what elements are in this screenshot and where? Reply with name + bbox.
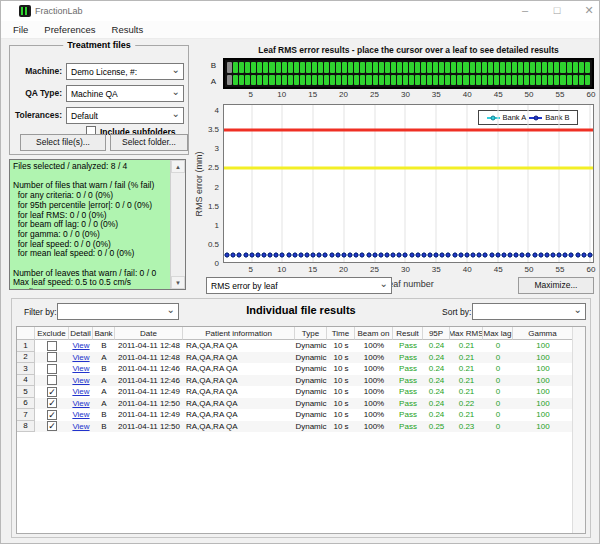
leaf-cell[interactable] [385, 75, 390, 86]
column-header[interactable]: Detail [69, 327, 93, 340]
leaf-cell[interactable] [269, 62, 274, 73]
leaf-cell[interactable] [506, 75, 511, 86]
leaf-cell[interactable] [457, 62, 462, 73]
exclude-checkbox[interactable] [47, 352, 57, 362]
leaf-cell[interactable] [342, 75, 347, 86]
leaf-cell[interactable] [288, 75, 293, 86]
qa-type-select[interactable]: Machine QA ⌄ [66, 85, 184, 102]
leaf-cell[interactable] [500, 62, 505, 73]
exclude-checkbox[interactable]: ✓ [47, 398, 57, 408]
leaf-cell[interactable] [451, 75, 456, 86]
menu-item-preferences[interactable]: Preferences [36, 21, 103, 38]
leaf-cell[interactable] [366, 75, 371, 86]
leaf-cell[interactable] [536, 75, 541, 86]
column-header[interactable]: Date [115, 327, 183, 340]
leaf-cell[interactable] [470, 62, 475, 73]
leaf-cell[interactable] [463, 75, 468, 86]
exclude-checkbox[interactable] [47, 375, 57, 385]
exclude-checkbox[interactable] [47, 341, 57, 351]
view-link[interactable]: View [72, 376, 89, 385]
leaf-cell[interactable] [336, 75, 341, 86]
leaf-cell[interactable] [263, 75, 268, 86]
leaf-cell[interactable] [409, 62, 414, 73]
leaf-cell[interactable] [239, 62, 244, 73]
menu-item-results[interactable]: Results [104, 21, 152, 38]
leaf-cell[interactable] [415, 62, 420, 73]
column-header[interactable]: Beam on [355, 327, 393, 340]
leaf-cell[interactable] [518, 75, 523, 86]
leaf-cell[interactable] [421, 62, 426, 73]
leaf-cell[interactable] [421, 75, 426, 86]
leaf-cell[interactable] [300, 75, 305, 86]
leaf-cell[interactable] [403, 75, 408, 86]
column-header[interactable]: Max lag [483, 327, 513, 340]
leaf-cell[interactable] [324, 75, 329, 86]
leaf-cell[interactable] [482, 62, 487, 73]
leaf-cell[interactable] [385, 62, 390, 73]
leaf-cell[interactable] [500, 75, 505, 86]
leaf-cell[interactable] [306, 62, 311, 73]
leaf-cell[interactable] [524, 75, 529, 86]
leaf-cell[interactable] [518, 62, 523, 73]
leaf-cell[interactable] [415, 75, 420, 86]
leaf-cell[interactable] [482, 75, 487, 86]
leaf-cell[interactable] [579, 62, 584, 73]
leaf-cell[interactable] [294, 62, 299, 73]
leaf-cell[interactable] [567, 62, 572, 73]
leaf-cell[interactable] [585, 75, 590, 86]
leaf-cell[interactable] [542, 75, 547, 86]
leaf-cell[interactable] [245, 62, 250, 73]
leaf-cell[interactable] [488, 62, 493, 73]
leaf-cell[interactable] [324, 62, 329, 73]
leaf-cell[interactable] [276, 62, 281, 73]
leaf-cell[interactable] [548, 62, 553, 73]
leaf-cell[interactable] [488, 75, 493, 86]
scroll-down-icon[interactable]: ▼ [171, 276, 185, 289]
leaf-cell[interactable] [312, 62, 317, 73]
leaf-cell[interactable] [548, 75, 553, 86]
leaf-cell[interactable] [397, 75, 402, 86]
leaf-cell[interactable] [282, 75, 287, 86]
leaf-cell[interactable] [233, 62, 238, 73]
view-link[interactable]: View [72, 364, 89, 373]
leaf-cell[interactable] [245, 75, 250, 86]
view-link[interactable]: View [72, 399, 89, 408]
column-header[interactable]: Time [327, 327, 355, 340]
summary-box[interactable]: Files selected / analyzed: 8 / 4 Number … [9, 159, 186, 290]
leaf-cell[interactable] [445, 75, 450, 86]
chart-view-select[interactable]: RMS error by leaf ⌄ [206, 277, 392, 294]
column-header[interactable]: Bank [93, 327, 115, 340]
select-folder-button[interactable]: Select folder... [110, 134, 188, 151]
leaf-cell[interactable] [318, 75, 323, 86]
table-scrollbar[interactable] [572, 327, 585, 533]
leaf-cell[interactable] [330, 62, 335, 73]
close-button[interactable]: ✕ [578, 3, 600, 19]
leaf-cell[interactable] [336, 62, 341, 73]
select-files-button[interactable]: Select file(s)... [20, 134, 106, 151]
leaf-cell[interactable] [379, 75, 384, 86]
leaf-cell[interactable] [354, 75, 359, 86]
leaf-cell[interactable] [585, 62, 590, 73]
leaf-cell[interactable] [494, 75, 499, 86]
maximize-window-button[interactable]: □ [546, 3, 568, 19]
exclude-checkbox[interactable]: ✓ [47, 387, 57, 397]
sort-by-select[interactable]: ⌄ [472, 303, 586, 320]
minimize-button[interactable]: – [514, 3, 536, 19]
leaf-cell[interactable] [451, 62, 456, 73]
column-header[interactable]: Max RMS [450, 327, 483, 340]
leaf-cell[interactable] [373, 62, 378, 73]
column-header[interactable]: Gamma [513, 327, 573, 340]
leaf-cell[interactable] [318, 62, 323, 73]
leaf-cell[interactable] [560, 62, 565, 73]
leaf-cell[interactable] [554, 75, 559, 86]
leaf-cell[interactable] [433, 75, 438, 86]
leaf-cell[interactable] [560, 75, 565, 86]
leaf-cell[interactable] [579, 75, 584, 86]
leaf-cell[interactable] [366, 62, 371, 73]
leaf-cell[interactable] [427, 62, 432, 73]
leaf-cell[interactable] [233, 75, 238, 86]
machine-select[interactable]: Demo License, #: ⌄ [66, 63, 184, 80]
leaf-cell[interactable] [397, 62, 402, 73]
leaf-cell[interactable] [251, 62, 256, 73]
view-link[interactable]: View [72, 387, 89, 396]
